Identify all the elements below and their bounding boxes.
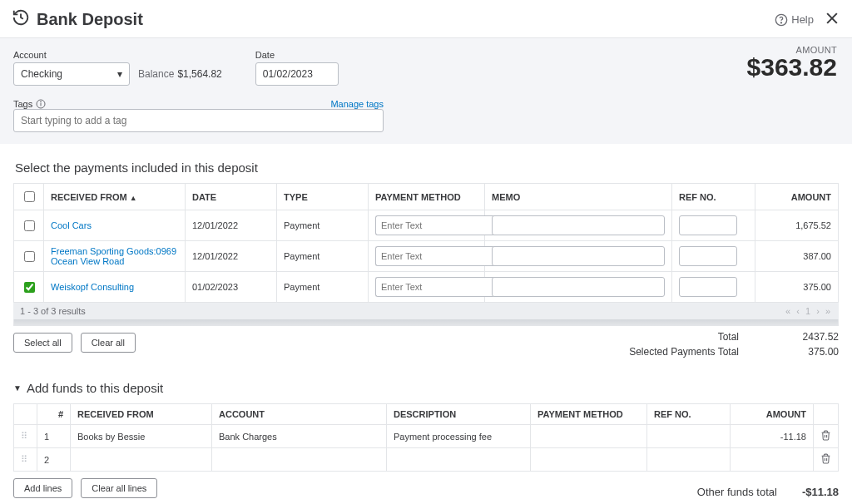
trash-icon: [820, 453, 831, 464]
funds-amount[interactable]: -11.18: [731, 425, 814, 448]
col-date[interactable]: DATE: [186, 184, 277, 210]
other-funds-label: Other funds total: [697, 486, 777, 498]
delete-row-button[interactable]: [814, 448, 839, 472]
balance-display: Balance$1,564.82: [138, 62, 222, 86]
help-label: Help: [791, 13, 814, 26]
help-icon: [775, 13, 788, 27]
drag-handle-icon[interactable]: ⠿: [14, 448, 37, 472]
col-account: ACCOUNT: [212, 404, 387, 425]
results-bar: 1 - 3 of 3 results « ‹ 1 › »: [13, 303, 839, 319]
funds-row: ⠿ 1 Books by Bessie Bank Charges Payment…: [14, 425, 839, 448]
account-field: Account Checking ▾ Balance$1,564.82: [13, 50, 222, 86]
payment-method-combo[interactable]: ▾: [375, 246, 478, 266]
payment-type: Payment: [277, 210, 369, 241]
col-amount: AMOUNT: [731, 404, 814, 425]
col-description: DESCRIPTION: [387, 404, 531, 425]
row-checkbox[interactable]: [24, 282, 35, 293]
clear-all-lines-button[interactable]: Clear all lines: [81, 478, 157, 498]
payment-method-input[interactable]: [375, 246, 501, 266]
row-checkbox[interactable]: [24, 251, 35, 262]
col-memo[interactable]: MEMO: [485, 184, 672, 210]
payments-table: RECEIVED FROM ▲ DATE TYPE PAYMENT METHOD…: [13, 183, 839, 303]
chevron-down-icon: ▾: [117, 68, 122, 80]
funds-account[interactable]: Bank Charges: [212, 425, 387, 448]
account-label: Account: [13, 50, 222, 60]
ref-input[interactable]: [679, 277, 737, 297]
payment-date: 12/01/2022: [186, 241, 277, 272]
date-input[interactable]: [255, 62, 339, 86]
col-type[interactable]: TYPE: [277, 184, 369, 210]
funds-ref[interactable]: [647, 425, 731, 448]
funds-row: ⠿ 2: [14, 448, 839, 472]
tags-field: Tags Manage tags: [13, 99, 839, 132]
funds-ref[interactable]: [647, 448, 731, 472]
funds-amount[interactable]: [731, 448, 814, 472]
top-bar: Bank Deposit Help: [0, 0, 852, 38]
add-funds-title: Add funds to this deposit: [27, 381, 163, 395]
memo-input[interactable]: [492, 215, 665, 235]
col-payment-method: PAYMENT METHOD: [531, 404, 647, 425]
payment-method-input[interactable]: [375, 277, 501, 297]
payment-method-input[interactable]: [375, 215, 501, 235]
payment-row: Freeman Sporting Goods:0969 Ocean View R…: [14, 241, 839, 272]
other-funds-total: Other funds total -$11.18: [697, 486, 839, 498]
payment-amount: 375.00: [755, 272, 839, 303]
payment-method-combo[interactable]: ▾: [375, 215, 478, 235]
triangle-down-icon: ▼: [13, 383, 22, 393]
ref-input[interactable]: [679, 215, 737, 235]
funds-received-from[interactable]: Books by Bessie: [71, 425, 212, 448]
payment-amount: 1,675.52: [755, 210, 839, 241]
help-button[interactable]: Help: [775, 13, 814, 27]
account-select[interactable]: Checking ▾: [13, 62, 130, 86]
col-received-from[interactable]: RECEIVED FROM ▲: [44, 184, 186, 210]
col-ref: REF NO.: [647, 404, 731, 425]
payment-amount: 387.00: [755, 241, 839, 272]
trash-icon: [820, 430, 831, 441]
close-button[interactable]: [824, 10, 840, 30]
memo-input[interactable]: [492, 246, 665, 266]
payment-received-from-link[interactable]: Freeman Sporting Goods:0969 Ocean View R…: [51, 246, 176, 266]
row-checkbox[interactable]: [24, 220, 35, 231]
amount-value: $363.82: [747, 55, 837, 80]
close-icon: [824, 10, 840, 27]
col-amount[interactable]: AMOUNT: [755, 184, 839, 210]
pager[interactable]: « ‹ 1 › »: [785, 306, 832, 316]
row-number: 2: [37, 448, 71, 472]
delete-row-button[interactable]: [814, 425, 839, 448]
manage-tags-link[interactable]: Manage tags: [330, 99, 384, 109]
col-received-from: RECEIVED FROM: [71, 404, 212, 425]
clock-undo-icon: [12, 8, 30, 31]
funds-payment-method[interactable]: [531, 448, 647, 472]
funds-received-from[interactable]: [71, 448, 212, 472]
col-num: #: [37, 404, 71, 425]
col-ref[interactable]: REF NO.: [672, 184, 755, 210]
select-all-checkbox[interactable]: [24, 191, 35, 202]
date-label: Date: [255, 50, 339, 60]
payments-totals: Total2437.52 Selected Payments Total375.…: [629, 329, 839, 359]
page-title-text: Bank Deposit: [37, 10, 143, 29]
payment-method-combo[interactable]: ▾: [375, 277, 478, 297]
amount-summary: AMOUNT $363.82: [747, 45, 837, 80]
drag-handle-icon[interactable]: ⠿: [14, 425, 37, 448]
payment-received-from-link[interactable]: Weiskopf Consulting: [51, 282, 134, 292]
payment-received-from-link[interactable]: Cool Cars: [51, 220, 92, 230]
page-title: Bank Deposit: [12, 8, 775, 31]
funds-account[interactable]: [212, 448, 387, 472]
clear-all-button[interactable]: Clear all: [81, 333, 136, 353]
horizontal-scrollbar[interactable]: [13, 319, 839, 326]
tags-input[interactable]: [13, 109, 384, 132]
funds-description[interactable]: Payment processing fee: [387, 425, 531, 448]
funds-payment-method[interactable]: [531, 425, 647, 448]
funds-description[interactable]: [387, 448, 531, 472]
add-lines-button[interactable]: Add lines: [13, 478, 72, 498]
deposit-header-area: Account Checking ▾ Balance$1,564.82 Date…: [0, 38, 852, 144]
ref-input[interactable]: [679, 246, 737, 266]
payment-row: Weiskopf Consulting 01/02/2023 Payment ▾…: [14, 272, 839, 303]
add-funds-toggle[interactable]: ▼ Add funds to this deposit: [13, 381, 839, 395]
memo-input[interactable]: [492, 277, 665, 297]
col-payment-method[interactable]: PAYMENT METHOD: [369, 184, 485, 210]
payment-date: 01/02/2023: [186, 272, 277, 303]
select-all-button[interactable]: Select all: [13, 333, 72, 353]
other-funds-value: -$11.18: [802, 486, 839, 498]
tags-label: Tags: [13, 99, 46, 109]
